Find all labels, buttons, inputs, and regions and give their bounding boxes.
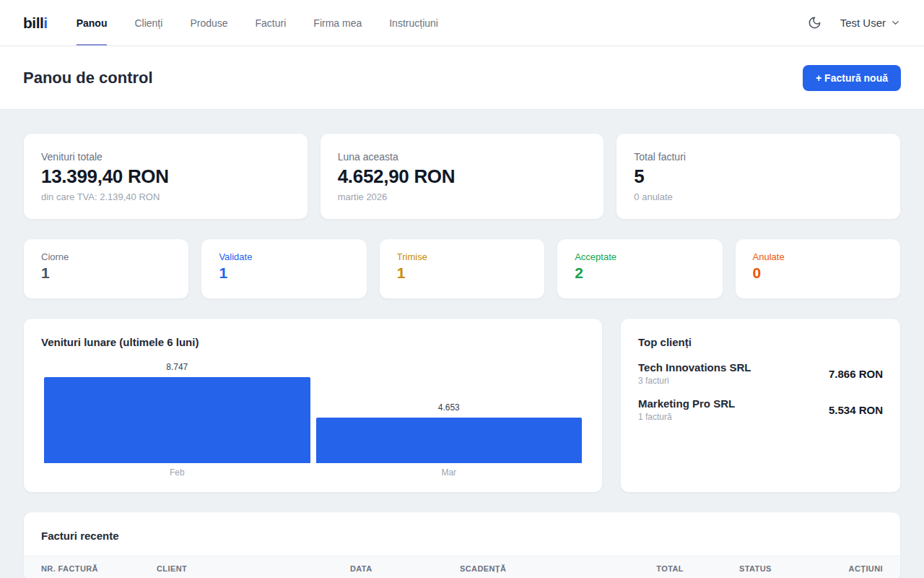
status-card-ciorne: Ciorne 1 [23,238,189,299]
status-value: 1 [397,264,527,282]
bar [316,418,583,463]
chart-bar-mar: 4.653 [313,402,585,463]
top-clients-title: Top clienți [638,336,883,348]
status-label: Validate [219,251,349,262]
nav-item-produse[interactable]: Produse [190,0,227,46]
navbar-right: Test User [808,0,901,46]
status-label: Acceptate [575,251,705,262]
status-card-validate: Validate 1 [201,238,367,299]
stat-value: 4.652,90 RON [338,165,587,188]
stat-sub: 0 anulate [634,191,883,202]
stat-label: Venituri totale [41,151,290,163]
chevron-down-icon [890,17,901,28]
column-header-data: DATA [350,564,460,573]
client-list: Tech Innovations SRL 3 facturi 7.866 RON… [638,361,883,422]
client-row: Marketing Pro SRL 1 factură 5.534 RON [638,397,883,422]
stat-label: Luna aceasta [338,151,587,163]
x-tick-feb: Feb [41,467,313,478]
chart-bar-feb: 8.747 [41,362,313,463]
nav-item-panou[interactable]: Panou [77,0,108,46]
client-name: Tech Innovations SRL [638,361,751,374]
bar-value-label: 8.747 [166,362,188,372]
nav-item-facturi[interactable]: Facturi [256,0,287,46]
client-info: Marketing Pro SRL 1 factură [638,397,735,422]
client-row: Tech Innovations SRL 3 facturi 7.866 RON [638,361,883,386]
chart-title: Venituri lunare (ultimele 6 luni) [41,336,585,348]
status-label: Ciorne [41,251,171,262]
status-row: Ciorne 1 Validate 1 Trimise 1 Acceptate … [23,238,901,299]
column-header-actiuni: ACȚIUNI [825,564,883,573]
stat-label: Total facturi [634,151,883,163]
logo-accent: i [43,14,47,32]
bar-value-label: 4.653 [438,402,460,413]
chart-x-axis: Feb Mar [41,467,585,478]
column-header-total: TOTAL [633,564,684,573]
top-navbar: billi Panou Clienți Produse Facturi Firm… [0,0,924,46]
status-value: 0 [753,264,883,282]
monthly-revenue-chart-card: Venituri lunare (ultimele 6 luni) 8.747 … [23,318,603,493]
nav-item-firma-mea[interactable]: Firma mea [313,0,362,46]
stat-value: 5 [634,165,883,188]
status-card-trimise: Trimise 1 [379,238,545,299]
status-card-anulate: Anulate 0 [735,238,901,299]
x-tick-mar: Mar [313,467,585,478]
page-header: Panou de control + Factură nouă [0,46,924,110]
bar [44,377,310,463]
status-value: 1 [219,264,349,282]
dashboard-content: Venituri totale 13.399,40 RON din care T… [0,110,924,578]
stats-row: Venituri totale 13.399,40 RON din care T… [23,133,901,220]
middle-row: Venituri lunare (ultimele 6 luni) 8.747 … [23,318,901,493]
top-clients-card: Top clienți Tech Innovations SRL 3 factu… [620,318,901,493]
nav-item-instructiuni[interactable]: Instrucțiuni [389,0,438,46]
page-title: Panou de control [23,69,153,87]
stat-card-venituri-totale: Venituri totale 13.399,40 RON din care T… [23,133,308,220]
column-header-status: STATUS [684,564,825,573]
status-value: 2 [575,264,705,282]
recent-invoices-title: Facturi recente [24,512,900,556]
client-amount: 5.534 RON [829,404,883,416]
stat-card-total-facturi: Total facturi 5 0 anulate [616,133,901,220]
status-card-acceptate: Acceptate 2 [557,238,723,299]
invoices-table-header: NR. FACTURĂ CLIENT DATA SCADENȚĂ TOTAL S… [24,556,900,578]
recent-invoices-card: Facturi recente NR. FACTURĂ CLIENT DATA … [23,512,901,578]
bar-chart: 8.747 4.653 [41,358,585,463]
column-header-nr-factura: NR. FACTURĂ [41,564,157,573]
client-amount: 7.866 RON [829,368,883,380]
status-label: Anulate [753,251,883,262]
stat-card-luna-aceasta: Luna aceasta 4.652,90 RON martie 2026 [320,133,605,220]
dark-mode-toggle[interactable] [808,16,821,30]
app-logo[interactable]: billi [23,0,48,46]
column-header-scadenta: SCADENȚĂ [460,564,633,573]
status-label: Trimise [397,251,527,262]
status-value: 1 [41,264,171,282]
user-menu[interactable]: Test User [840,17,901,29]
nav-item-clienti[interactable]: Clienți [134,0,162,46]
main-nav: Panou Clienți Produse Facturi Firma mea … [77,0,438,46]
column-header-client: CLIENT [157,564,350,573]
logo-text: bill [23,14,43,32]
client-name: Marketing Pro SRL [638,397,735,410]
moon-icon [808,16,821,30]
client-invoice-count: 1 factură [638,412,735,422]
new-invoice-button[interactable]: + Factură nouă [803,65,901,91]
stat-value: 13.399,40 RON [41,165,290,188]
client-invoice-count: 3 facturi [638,376,751,386]
client-info: Tech Innovations SRL 3 facturi [638,361,751,386]
stat-sub: martie 2026 [338,191,587,202]
stat-sub: din care TVA: 2.139,40 RON [41,191,290,202]
user-name: Test User [840,17,886,29]
